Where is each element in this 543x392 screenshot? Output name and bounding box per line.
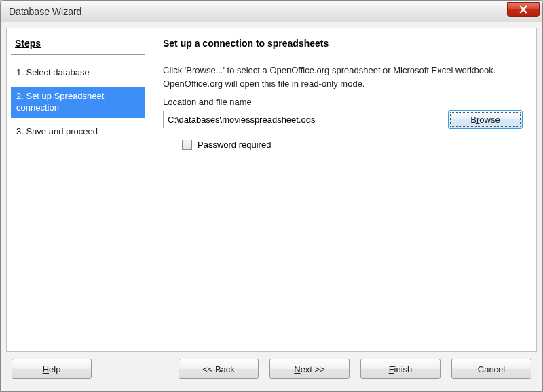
password-checkbox-row[interactable]: Password required: [182, 140, 523, 150]
main-panel: Steps 1. Select database 2. Set up Sprea…: [6, 28, 537, 352]
file-row: Browse: [163, 110, 523, 129]
finish-button[interactable]: Finish: [360, 359, 441, 379]
panel-title: Set up a connection to spreadsheets: [163, 38, 523, 49]
instructions: Click 'Browse...' to select a OpenOffice…: [163, 64, 523, 90]
titlebar: Database Wizard: [1, 1, 542, 22]
right-panel: Set up a connection to spreadsheets Clic…: [149, 28, 536, 351]
next-button[interactable]: Next >>: [269, 359, 350, 379]
cancel-button[interactable]: Cancel: [451, 359, 531, 379]
back-button[interactable]: << Back: [179, 359, 259, 379]
dialog-window: Database Wizard Steps 1. Select database…: [0, 0, 543, 392]
password-checkbox[interactable]: [182, 140, 192, 150]
browse-button[interactable]: Browse: [448, 110, 523, 129]
window-title: Database Wizard: [9, 6, 81, 17]
help-button[interactable]: Help: [12, 359, 92, 379]
step-spreadsheet-connection[interactable]: 2. Set up Spreadsheet connection: [11, 87, 145, 118]
close-button[interactable]: [507, 2, 540, 17]
button-bar: Help << Back Next >> Finish Cancel: [6, 352, 537, 386]
instruction-line-2: OpenOffice.org will open this file in re…: [163, 77, 523, 91]
close-icon: [519, 5, 527, 14]
password-label: Password required: [198, 140, 271, 150]
file-path-input[interactable]: [163, 111, 441, 128]
steps-sidebar: Steps 1. Select database 2. Set up Sprea…: [7, 28, 149, 351]
location-label: Location and file name: [163, 97, 523, 107]
content-area: Steps 1. Select database 2. Set up Sprea…: [1, 22, 542, 391]
instruction-line-1: Click 'Browse...' to select a OpenOffice…: [163, 64, 523, 77]
step-save-proceed[interactable]: 3. Save and proceed: [11, 122, 145, 142]
step-select-database[interactable]: 1. Select database: [11, 63, 145, 83]
steps-header: Steps: [11, 35, 145, 55]
